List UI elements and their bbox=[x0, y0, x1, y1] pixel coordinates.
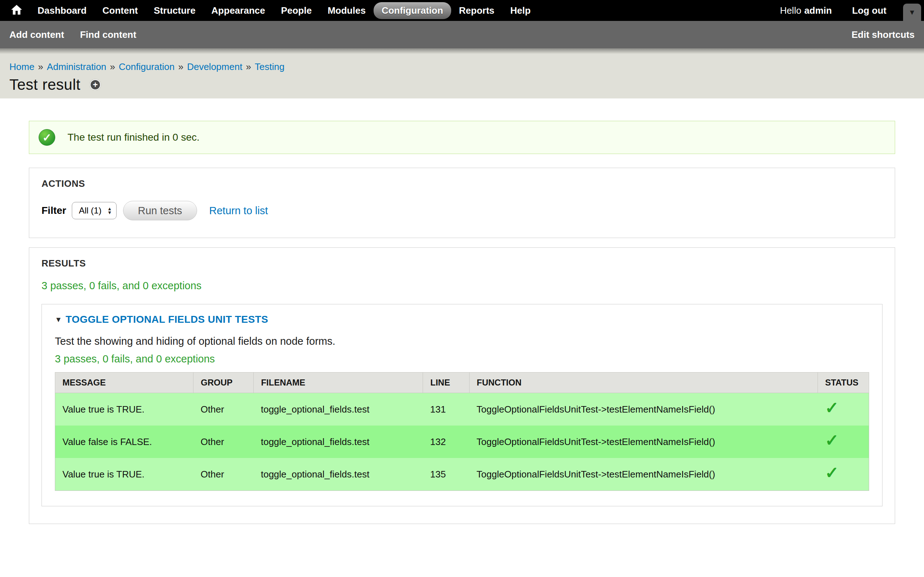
results-legend: RESULTS bbox=[42, 258, 882, 269]
edit-shortcuts-link[interactable]: Edit shortcuts bbox=[851, 29, 914, 40]
status-message: ✓ The test run finished in 0 sec. bbox=[29, 121, 895, 154]
greeting-text: Helloadmin bbox=[780, 5, 832, 16]
home-icon bbox=[11, 5, 22, 16]
actions-fieldset: ACTIONS Filter All (1) ▲ ▼ Run tests Ret… bbox=[29, 168, 895, 238]
cell-line: 132 bbox=[423, 425, 470, 458]
toolbar-account-area: Helloadmin Log out bbox=[780, 5, 887, 16]
add-shortcut-icon[interactable]: + bbox=[90, 79, 101, 90]
main-content: ✓ The test run finished in 0 sec. ACTION… bbox=[0, 98, 924, 524]
cell-message: Value false is FALSE. bbox=[55, 425, 194, 458]
test-group-description: Test the showing and hiding of optional … bbox=[55, 335, 869, 347]
column-header-filename: FILENAME bbox=[254, 372, 423, 393]
cell-message: Value true is TRUE. bbox=[55, 393, 194, 426]
filter-select-value: All (1) bbox=[79, 206, 102, 216]
cell-status: ✓ bbox=[817, 393, 869, 426]
menu-item-content[interactable]: Content bbox=[95, 2, 146, 19]
shortcut-links: Add contentFind content bbox=[10, 29, 152, 40]
admin-toolbar: DashboardContentStructureAppearancePeopl… bbox=[0, 0, 924, 21]
cell-filename: toggle_optional_fields.test bbox=[254, 393, 423, 426]
cell-function: ToggleOptionalFieldsUnitTest->testElemen… bbox=[469, 393, 817, 426]
cell-function: ToggleOptionalFieldsUnitTest->testElemen… bbox=[469, 425, 817, 458]
title-row: Test result + bbox=[10, 76, 914, 93]
test-group-summary: 3 passes, 0 fails, and 0 exceptions bbox=[55, 353, 869, 365]
breadcrumb-link-testing[interactable]: Testing bbox=[255, 61, 284, 72]
run-tests-button[interactable]: Run tests bbox=[123, 201, 197, 220]
cell-filename: toggle_optional_fields.test bbox=[254, 425, 423, 458]
toolbar-toggle-button[interactable]: ▼ bbox=[903, 3, 921, 21]
breadcrumb-separator: » bbox=[38, 61, 43, 72]
filter-select[interactable]: All (1) ▲ ▼ bbox=[72, 202, 116, 219]
cell-status: ✓ bbox=[817, 458, 869, 491]
breadcrumb-separator: » bbox=[178, 61, 183, 72]
username: admin bbox=[804, 5, 832, 16]
test-group-title-row: ▼ TOGGLE OPTIONAL FIELDS UNIT TESTS bbox=[55, 314, 869, 325]
breadcrumb-link-administration[interactable]: Administration bbox=[47, 61, 107, 72]
breadcrumb-separator: » bbox=[110, 61, 115, 72]
status-message-text: The test run finished in 0 sec. bbox=[68, 132, 200, 143]
test-group-fieldset: ▼ TOGGLE OPTIONAL FIELDS UNIT TESTS Test… bbox=[42, 304, 882, 506]
page-header: Home»Administration»Configuration»Develo… bbox=[0, 48, 924, 98]
column-header-line: LINE bbox=[423, 372, 470, 393]
menu-item-dashboard[interactable]: Dashboard bbox=[30, 2, 95, 19]
collapse-arrow-icon[interactable]: ▼ bbox=[55, 316, 62, 324]
logout-link[interactable]: Log out bbox=[852, 5, 887, 16]
cell-group: Other bbox=[194, 425, 254, 458]
return-to-list-link[interactable]: Return to list bbox=[209, 205, 268, 217]
breadcrumb-link-development[interactable]: Development bbox=[187, 61, 242, 72]
column-header-message: MESSAGE bbox=[55, 372, 194, 393]
menu-item-appearance[interactable]: Appearance bbox=[204, 2, 273, 19]
column-header-group: GROUP bbox=[194, 372, 254, 393]
table-row: Value true is TRUE.Othertoggle_optional_… bbox=[55, 458, 869, 491]
filter-label: Filter bbox=[42, 205, 66, 216]
actions-legend: ACTIONS bbox=[42, 178, 882, 189]
cell-filename: toggle_optional_fields.test bbox=[254, 458, 423, 491]
breadcrumb-separator: » bbox=[246, 61, 251, 72]
cell-group: Other bbox=[194, 458, 254, 491]
page-title: Test result bbox=[10, 76, 81, 93]
breadcrumb: Home»Administration»Configuration»Develo… bbox=[10, 61, 914, 73]
cell-line: 135 bbox=[423, 458, 470, 491]
column-header-function: FUNCTION bbox=[469, 372, 817, 393]
chevron-down-icon: ▼ bbox=[908, 8, 916, 16]
shortcut-link-add-content[interactable]: Add content bbox=[10, 29, 64, 40]
home-button[interactable] bbox=[9, 3, 24, 18]
results-fieldset: RESULTS 3 passes, 0 fails, and 0 excepti… bbox=[29, 247, 895, 524]
pass-check-icon: ✓ bbox=[825, 463, 839, 482]
table-row: Value true is TRUE.Othertoggle_optional_… bbox=[55, 393, 869, 426]
results-table-header-row: MESSAGEGROUPFILENAMELINEFUNCTIONSTATUS bbox=[55, 372, 869, 393]
menu-item-structure[interactable]: Structure bbox=[146, 2, 204, 19]
cell-message: Value true is TRUE. bbox=[55, 458, 194, 491]
cell-status: ✓ bbox=[817, 425, 869, 458]
test-group-title-link[interactable]: TOGGLE OPTIONAL FIELDS UNIT TESTS bbox=[66, 314, 268, 325]
cell-function: ToggleOptionalFieldsUnitTest->testElemen… bbox=[469, 458, 817, 491]
results-table: MESSAGEGROUPFILENAMELINEFUNCTIONSTATUS V… bbox=[55, 372, 869, 491]
shortcut-bar: Add contentFind content Edit shortcuts bbox=[0, 21, 924, 48]
status-ok-icon: ✓ bbox=[39, 129, 55, 146]
results-table-body: Value true is TRUE.Othertoggle_optional_… bbox=[55, 393, 869, 491]
cell-line: 131 bbox=[423, 393, 470, 426]
pass-check-icon: ✓ bbox=[825, 431, 839, 450]
menu-item-reports[interactable]: Reports bbox=[451, 2, 502, 19]
menu-item-people[interactable]: People bbox=[273, 2, 320, 19]
menu-item-modules[interactable]: Modules bbox=[320, 2, 373, 19]
column-header-status: STATUS bbox=[817, 372, 869, 393]
greeting-prefix: Hello bbox=[780, 5, 801, 16]
select-arrows-icon: ▲ ▼ bbox=[107, 206, 112, 214]
admin-menu: DashboardContentStructureAppearancePeopl… bbox=[30, 2, 538, 19]
breadcrumb-link-configuration[interactable]: Configuration bbox=[119, 61, 175, 72]
actions-row: Filter All (1) ▲ ▼ Run tests Return to l… bbox=[42, 201, 882, 220]
cell-group: Other bbox=[194, 393, 254, 426]
breadcrumb-link-home[interactable]: Home bbox=[10, 61, 34, 72]
results-summary: 3 passes, 0 fails, and 0 exceptions bbox=[42, 280, 882, 292]
pass-check-icon: ✓ bbox=[825, 398, 839, 417]
shortcut-link-find-content[interactable]: Find content bbox=[80, 29, 136, 40]
table-row: Value false is FALSE.Othertoggle_optiona… bbox=[55, 425, 869, 458]
menu-item-help[interactable]: Help bbox=[502, 2, 538, 19]
menu-item-configuration[interactable]: Configuration bbox=[373, 2, 451, 19]
